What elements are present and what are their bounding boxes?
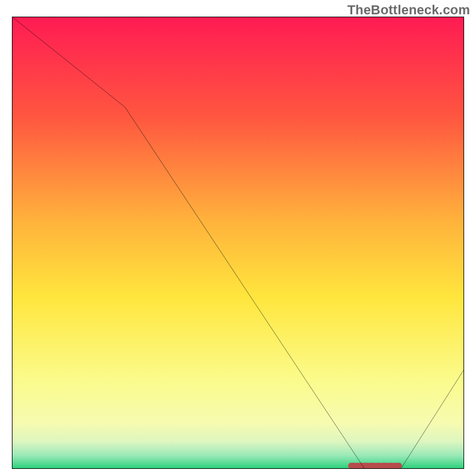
watermark-text: TheBottleneck.com: [347, 2, 470, 18]
svg-rect-1: [12, 17, 464, 469]
chart-axis-frame: [12, 17, 464, 469]
chart-plot-area: [12, 17, 464, 469]
chart-stage: TheBottleneck.com: [0, 0, 476, 476]
